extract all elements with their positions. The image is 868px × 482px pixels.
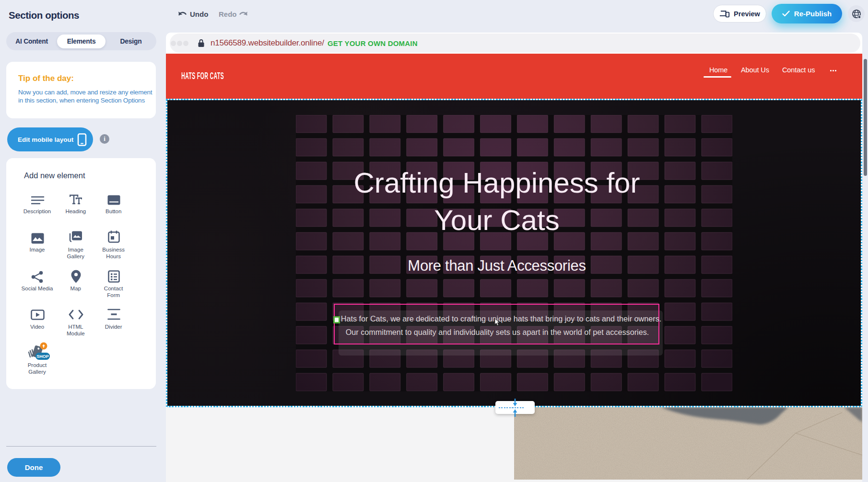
svg-text:SHOP: SHOP — [36, 354, 49, 359]
